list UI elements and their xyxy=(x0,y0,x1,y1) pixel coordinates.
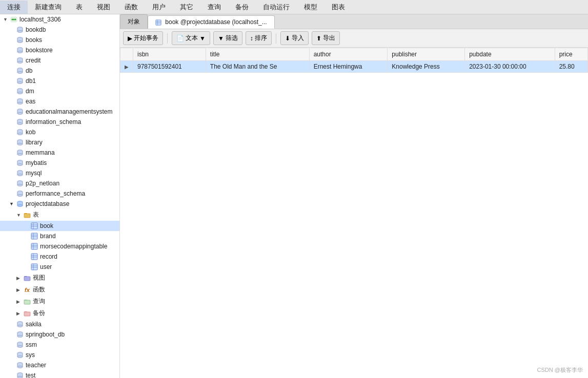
col-indicator xyxy=(120,48,133,61)
sidebar-item-sakila[interactable]: ▶ sakila xyxy=(0,319,119,329)
sidebar-item-brand[interactable]: ▶ brand xyxy=(0,231,119,241)
col-isbn[interactable]: isbn xyxy=(133,48,206,61)
svg-rect-96 xyxy=(31,223,37,229)
sidebar-item-functions-folder[interactable]: ▶ fx 函数 xyxy=(0,284,119,296)
sidebar-item-db[interactable]: ▶ db xyxy=(0,66,119,76)
db-icon-books xyxy=(16,36,24,44)
cell-price[interactable]: 25.80 xyxy=(555,61,587,73)
sidebar-item-kob[interactable]: ▶ kob xyxy=(0,127,119,137)
begin-transaction-button[interactable]: ▶ 开始事务 xyxy=(123,31,163,45)
col-title[interactable]: title xyxy=(206,48,309,61)
sidebar-item-ssm[interactable]: ▶ ssm xyxy=(0,340,119,350)
sidebar-item-bookdb[interactable]: ▶ bookdb xyxy=(0,25,119,35)
import-button[interactable]: ⬇ 导入 xyxy=(280,31,309,45)
db-icon-p2p xyxy=(16,180,24,187)
svg-point-33 xyxy=(17,82,23,84)
svg-rect-117 xyxy=(24,277,30,281)
svg-point-88 xyxy=(17,195,23,197)
sidebar-item-ems[interactable]: ▶ educationalmanagementsystem xyxy=(0,107,119,117)
sidebar-item-user[interactable]: ▶ user xyxy=(0,262,119,272)
svg-rect-112 xyxy=(31,264,37,270)
svg-rect-108 xyxy=(31,254,37,260)
sidebar-item-label: eas xyxy=(26,98,35,105)
sidebar-item-books[interactable]: ▶ books xyxy=(0,35,119,45)
cell-author[interactable]: Ernest Hemingwa xyxy=(309,61,388,73)
sidebar-item-p2p[interactable]: ▶ p2p_netloan xyxy=(0,178,119,188)
sidebar-item-projectdatabase[interactable]: ▼ projectdatabase xyxy=(0,199,119,209)
sidebar-item-tables-folder[interactable]: ▼ 表 xyxy=(0,209,119,221)
sidebar-item-springboot-db[interactable]: ▶ springboot_db xyxy=(0,329,119,340)
sidebar-item-mysql[interactable]: ▶ mysql xyxy=(0,168,119,178)
menu-function[interactable]: 函数 xyxy=(117,1,145,14)
db-icon-projectdatabase xyxy=(16,200,24,207)
filter-button[interactable]: ▼ 筛选 xyxy=(213,31,242,45)
sidebar-item-sys[interactable]: ▶ sys xyxy=(0,350,119,360)
tab-objects[interactable]: 对象 xyxy=(120,14,148,29)
svg-point-8 xyxy=(17,31,23,33)
sidebar-item-eas[interactable]: ▶ eas xyxy=(0,96,119,107)
sidebar: ▼ localhost_3306 ▶ xyxy=(0,14,120,378)
expand-arrow-server[interactable]: ▼ xyxy=(3,17,8,22)
sidebar-item-library[interactable]: ▶ library xyxy=(0,137,119,148)
sidebar-item-perf-schema[interactable]: ▶ performance_schema xyxy=(0,188,119,199)
sidebar-item-label: 函数 xyxy=(33,285,45,294)
svg-point-13 xyxy=(17,41,23,43)
sidebar-item-test[interactable]: ▶ test xyxy=(0,370,119,378)
sidebar-item-record[interactable]: ▶ record xyxy=(0,251,119,262)
views-folder-icon xyxy=(24,275,31,282)
menu-other[interactable]: 其它 xyxy=(173,1,200,14)
sort-button[interactable]: ↕ 排序 xyxy=(246,31,272,45)
menu-model[interactable]: 模型 xyxy=(297,1,325,14)
cell-pubdate[interactable]: 2023-01-30 00:00:00 xyxy=(465,61,555,73)
sidebar-item-info-schema[interactable]: ▶ information_schema xyxy=(0,117,119,127)
sidebar-item-dm[interactable]: ▶ dm xyxy=(0,86,119,96)
sidebar-item-queries-folder[interactable]: ▶ 查询 xyxy=(0,296,119,307)
menu-view[interactable]: 视图 xyxy=(90,1,117,14)
menu-chart[interactable]: 图表 xyxy=(325,1,352,14)
sidebar-item-bookstore[interactable]: ▶ bookstore xyxy=(0,45,119,55)
db-icon-eas xyxy=(16,98,24,105)
col-price[interactable]: price xyxy=(555,48,587,61)
svg-rect-119 xyxy=(24,300,30,304)
text-button[interactable]: 📄 文本 ▼ xyxy=(172,31,210,45)
menu-backup[interactable]: 备份 xyxy=(228,1,256,14)
begin-transaction-label: 开始事务 xyxy=(134,34,158,43)
queries-folder-icon xyxy=(24,298,31,305)
sidebar-item-memmana[interactable]: ▶ memmana xyxy=(0,148,119,158)
sidebar-item-book[interactable]: ▶ book xyxy=(0,221,119,231)
sidebar-server[interactable]: ▼ localhost_3306 xyxy=(0,14,119,25)
row-indicator: ▶ xyxy=(120,61,133,73)
menu-user[interactable]: 用户 xyxy=(145,1,173,14)
tab-book-table[interactable]: book @projectdatabase (localhost_... xyxy=(148,15,275,29)
filter-label: 筛选 xyxy=(226,34,238,43)
table-icon-brand xyxy=(31,233,38,240)
sidebar-item-label: brand xyxy=(40,233,56,240)
svg-point-3 xyxy=(15,19,16,20)
menu-auto-run[interactable]: 自动运行 xyxy=(256,1,297,14)
menu-new-query[interactable]: 新建查询 xyxy=(28,1,69,14)
menu-query[interactable]: 查询 xyxy=(200,1,228,14)
col-pubdate[interactable]: pubdate xyxy=(465,48,555,61)
sidebar-item-morse[interactable]: ▶ morsecodemappingtable xyxy=(0,241,119,251)
cell-publisher[interactable]: Knowledge Press xyxy=(388,61,465,73)
expand-arrow-projectdb[interactable]: ▼ xyxy=(9,201,14,206)
menu-connect[interactable]: 连接 xyxy=(0,1,28,14)
svg-point-28 xyxy=(17,72,23,74)
col-author[interactable]: author xyxy=(309,48,388,61)
cell-isbn[interactable]: 9787501592401 xyxy=(133,61,206,73)
cell-title[interactable]: The Old Man and the Se xyxy=(206,61,309,73)
table-row[interactable]: ▶ 9787501592401 The Old Man and the Se E… xyxy=(120,61,588,73)
sidebar-item-label: 查询 xyxy=(33,297,45,306)
sidebar-item-backup-folder[interactable]: ▶ 备份 xyxy=(0,307,119,319)
sidebar-item-mybatis[interactable]: ▶ mybatis xyxy=(0,158,119,168)
begin-transaction-icon: ▶ xyxy=(128,35,132,42)
col-publisher[interactable]: publisher xyxy=(388,48,465,61)
db-icon-ems xyxy=(16,108,24,115)
server-icon xyxy=(10,16,17,23)
sidebar-item-teacher[interactable]: ▶ teacher xyxy=(0,360,119,370)
export-button[interactable]: ⬆ 导出 xyxy=(312,31,340,45)
sidebar-item-views-folder[interactable]: ▶ 视图 xyxy=(0,272,119,284)
sidebar-item-credit[interactable]: ▶ credit xyxy=(0,55,119,66)
menu-table[interactable]: 表 xyxy=(69,1,90,14)
sidebar-item-db1[interactable]: ▶ db1 xyxy=(0,76,119,86)
